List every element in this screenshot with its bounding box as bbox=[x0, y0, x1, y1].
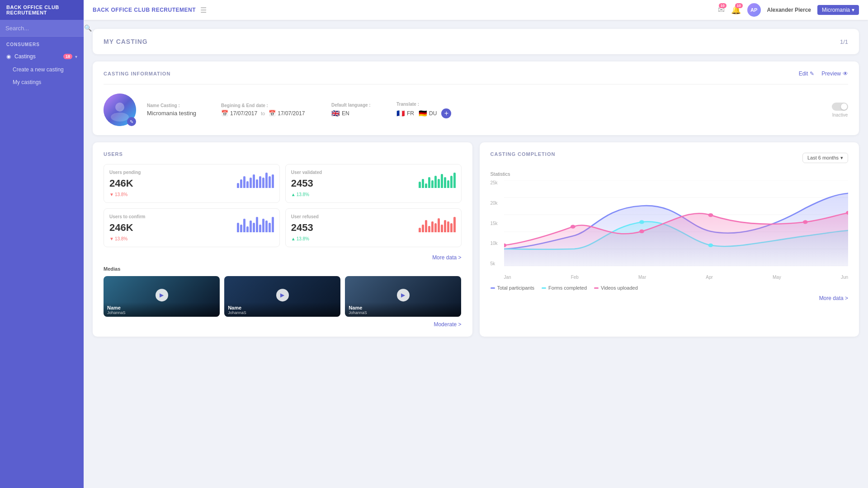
users-section-title: USERS bbox=[104, 151, 462, 157]
mini-bar bbox=[441, 225, 443, 232]
chevron-icon: ▾ bbox=[75, 54, 77, 59]
chart-svg bbox=[504, 180, 849, 266]
mini-bar bbox=[453, 217, 456, 232]
moderate-link[interactable]: Moderate > bbox=[104, 321, 462, 328]
mini-bar bbox=[253, 174, 255, 188]
topnav: BACK OFFICE CLUB RECRUTEMENT ☰ ✉ 10 🔔 10… bbox=[84, 0, 868, 20]
stat-value: 2453 bbox=[291, 222, 319, 234]
mini-bar bbox=[428, 177, 430, 188]
stat-left: Users pending 246K ▼ 13.8% bbox=[109, 170, 141, 197]
stat-delta: ▲ 13.8% bbox=[291, 236, 319, 241]
hamburger-icon[interactable]: ☰ bbox=[200, 6, 207, 14]
castings-label: Castings bbox=[14, 53, 36, 60]
mini-bar bbox=[425, 183, 427, 188]
svg-point-15 bbox=[639, 220, 644, 224]
casting-completion-card: CASTING COMPLETION Last 6 months ▾ Stati… bbox=[480, 142, 859, 337]
stat-delta: ▼ 13.8% bbox=[109, 236, 145, 241]
mini-bar bbox=[262, 219, 264, 232]
mini-bar bbox=[431, 221, 434, 232]
arrow-down-icon: ▼ bbox=[109, 192, 114, 197]
active-toggle[interactable] bbox=[832, 103, 848, 111]
stat-label: Users to confirm bbox=[109, 214, 145, 219]
translate-du: 🇩🇪 DU bbox=[419, 109, 437, 117]
language-field: Default language : 🇬🇧 EN bbox=[331, 103, 386, 117]
chart-y-labels: 25k 20k 15k 10k 5k bbox=[491, 180, 503, 266]
media-thumb-0[interactable]: ▶ Name JohannaS bbox=[104, 276, 220, 317]
stat-label: User refused bbox=[291, 214, 319, 219]
search-input[interactable] bbox=[5, 25, 81, 32]
mini-bar bbox=[428, 226, 430, 232]
castings-icon: ◉ bbox=[6, 53, 11, 60]
sidebar-search-wrap[interactable]: 🔍 bbox=[0, 20, 84, 37]
edit-button[interactable]: Edit ✎ bbox=[799, 70, 815, 77]
media-play-button[interactable]: ▶ bbox=[276, 289, 289, 301]
media-thumb-2[interactable]: ▶ Name JohannaS bbox=[345, 276, 461, 317]
mini-chart bbox=[237, 170, 274, 188]
flag-fr-icon: 🇫🇷 bbox=[396, 109, 405, 117]
media-thumb-1[interactable]: ▶ Name JohannaS bbox=[224, 276, 340, 317]
preview-button[interactable]: Preview 👁 bbox=[821, 70, 848, 77]
edit-icon: ✎ bbox=[810, 70, 814, 77]
legend-label: Forms completed bbox=[548, 285, 587, 291]
legend-item-2: Videos uploaded bbox=[594, 285, 638, 291]
translate-field: Translate : 🇫🇷 FR 🇩🇪 DU + bbox=[396, 102, 821, 118]
mini-bar bbox=[438, 179, 440, 188]
calendar-start-icon: 📅 bbox=[221, 110, 228, 117]
mini-bar bbox=[419, 228, 421, 232]
mail-badge: 10 bbox=[719, 3, 726, 8]
mini-bar bbox=[243, 176, 245, 188]
users-more-data-link[interactable]: More data > bbox=[104, 254, 462, 261]
media-play-button[interactable]: ▶ bbox=[397, 289, 410, 301]
legend-dot bbox=[491, 287, 495, 289]
stat-delta: ▼ 13.8% bbox=[109, 192, 141, 197]
sidebar-sub-item-my[interactable]: My castings bbox=[0, 76, 84, 89]
toggle-knob bbox=[841, 103, 847, 110]
mini-bar bbox=[453, 173, 456, 188]
media-user: JohannaS bbox=[349, 310, 458, 315]
mini-bar bbox=[237, 223, 239, 232]
mini-bar bbox=[250, 178, 252, 188]
mini-bar bbox=[240, 225, 242, 232]
stats-filter-button[interactable]: Last 6 months ▾ bbox=[802, 153, 848, 163]
mini-bar bbox=[243, 219, 245, 232]
sidebar-item-castings[interactable]: ◉ Castings 18 ▾ bbox=[0, 50, 84, 63]
media-play-button[interactable]: ▶ bbox=[156, 289, 168, 301]
mail-button[interactable]: ✉ 10 bbox=[718, 5, 725, 15]
sidebar: BACK OFFICE CLUB RECRUTEMENT 🔍 CONSUMERS… bbox=[0, 0, 84, 488]
stat-card-2: Users to confirm 246K ▼ 13.8% bbox=[104, 208, 280, 247]
mini-bar bbox=[444, 220, 446, 232]
bell-button[interactable]: 🔔 10 bbox=[731, 5, 741, 15]
mini-bar bbox=[256, 217, 258, 232]
edit-avatar-button[interactable]: ✎ bbox=[127, 117, 136, 126]
sidebar-sub-item-create[interactable]: Create a new casting bbox=[0, 63, 84, 76]
org-dropdown[interactable]: Micromania ▾ bbox=[817, 5, 859, 15]
svg-point-12 bbox=[708, 213, 713, 217]
casting-pagination: 1/1 bbox=[840, 38, 848, 45]
content-area: MY CASTING 1/1 CASTING INFORMATION Edit … bbox=[84, 20, 868, 488]
flag-de-icon: 🇩🇪 bbox=[419, 109, 427, 117]
mini-bar bbox=[272, 174, 274, 188]
mini-bar bbox=[434, 176, 437, 188]
mini-bar bbox=[431, 180, 434, 188]
topnav-brand: BACK OFFICE CLUB RECRUTEMENT bbox=[93, 7, 196, 13]
sidebar-brand: BACK OFFICE CLUB RECRUTEMENT bbox=[0, 0, 84, 20]
media-grid: ▶ Name JohannaS ▶ Name JohannaS ▶ Name J… bbox=[104, 276, 462, 317]
chevron-down-icon: ▾ bbox=[852, 7, 854, 13]
mini-bar bbox=[265, 221, 268, 232]
legend-dot bbox=[594, 287, 599, 289]
mini-bar bbox=[250, 221, 252, 232]
stat-left: Users to confirm 246K ▼ 13.8% bbox=[109, 214, 145, 241]
media-user: JohannaS bbox=[228, 310, 337, 315]
mini-bar bbox=[422, 225, 424, 232]
arrow-up-icon: ▲ bbox=[291, 192, 296, 197]
stat-card-1: User validated 2453 ▲ 13.8% bbox=[285, 164, 462, 203]
mini-bar bbox=[441, 174, 443, 188]
stat-value: 2453 bbox=[291, 178, 322, 189]
svg-point-13 bbox=[802, 220, 807, 224]
legend-label: Total participants bbox=[497, 285, 535, 291]
media-name: Name bbox=[228, 305, 337, 310]
add-language-button[interactable]: + bbox=[441, 108, 451, 118]
svg-point-16 bbox=[708, 244, 713, 247]
completion-more-data-link[interactable]: More data > bbox=[491, 295, 849, 301]
mini-bar bbox=[447, 221, 449, 232]
